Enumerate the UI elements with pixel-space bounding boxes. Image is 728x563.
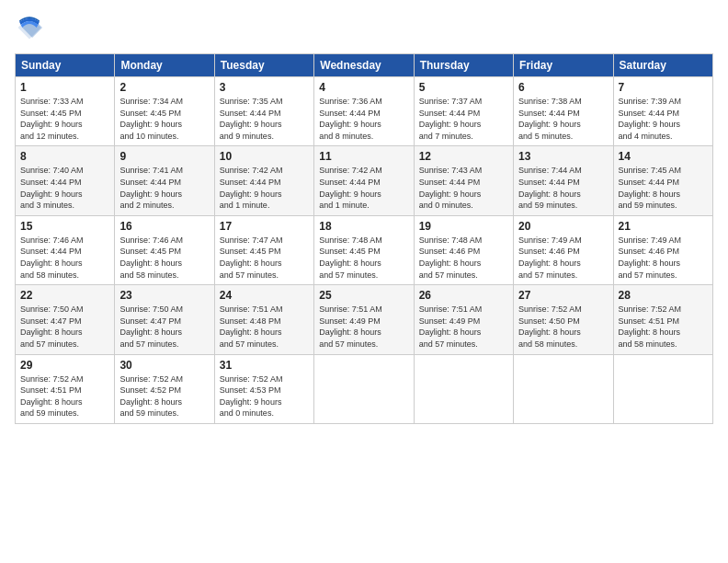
calendar-cell: 11Sunrise: 7:42 AM Sunset: 4:44 PM Dayli…	[314, 146, 414, 215]
calendar-cell: 19Sunrise: 7:48 AM Sunset: 4:46 PM Dayli…	[414, 215, 513, 284]
calendar-cell	[613, 354, 712, 423]
day-info: Sunrise: 7:36 AM Sunset: 4:44 PM Dayligh…	[319, 96, 408, 142]
calendar-cell: 4Sunrise: 7:36 AM Sunset: 4:44 PM Daylig…	[314, 77, 414, 146]
day-info: Sunrise: 7:46 AM Sunset: 4:45 PM Dayligh…	[119, 235, 209, 281]
day-info: Sunrise: 7:47 AM Sunset: 4:45 PM Dayligh…	[220, 235, 309, 281]
day-number: 6	[518, 81, 608, 94]
calendar-cell: 30Sunrise: 7:52 AM Sunset: 4:52 PM Dayli…	[115, 354, 214, 423]
calendar-cell: 26Sunrise: 7:51 AM Sunset: 4:49 PM Dayli…	[414, 285, 513, 354]
day-info: Sunrise: 7:37 AM Sunset: 4:44 PM Dayligh…	[419, 96, 508, 142]
calendar-cell: 6Sunrise: 7:38 AM Sunset: 4:44 PM Daylig…	[514, 77, 613, 146]
day-header-thursday: Thursday	[414, 54, 513, 77]
calendar-cell	[514, 354, 613, 423]
day-info: Sunrise: 7:33 AM Sunset: 4:45 PM Dayligh…	[20, 96, 109, 142]
page-container: SundayMondayTuesdayWednesdayThursdayFrid…	[0, 0, 728, 431]
calendar-cell: 1Sunrise: 7:33 AM Sunset: 4:45 PM Daylig…	[16, 77, 115, 146]
day-number: 19	[419, 220, 508, 233]
day-number: 3	[220, 81, 309, 94]
day-info: Sunrise: 7:49 AM Sunset: 4:46 PM Dayligh…	[518, 235, 608, 281]
page-header	[15, 15, 713, 44]
calendar-cell	[414, 354, 513, 423]
day-number: 26	[419, 289, 508, 302]
day-number: 11	[319, 150, 408, 163]
day-number: 27	[518, 289, 608, 302]
day-number: 15	[20, 220, 109, 233]
day-info: Sunrise: 7:50 AM Sunset: 4:47 PM Dayligh…	[20, 304, 109, 350]
calendar-cell: 25Sunrise: 7:51 AM Sunset: 4:49 PM Dayli…	[314, 285, 414, 354]
day-info: Sunrise: 7:48 AM Sunset: 4:45 PM Dayligh…	[319, 235, 408, 281]
calendar-cell: 27Sunrise: 7:52 AM Sunset: 4:50 PM Dayli…	[514, 285, 613, 354]
calendar-body: 1Sunrise: 7:33 AM Sunset: 4:45 PM Daylig…	[16, 77, 713, 424]
day-number: 22	[20, 289, 109, 302]
day-header-tuesday: Tuesday	[214, 54, 313, 77]
day-number: 17	[220, 220, 309, 233]
calendar-cell: 29Sunrise: 7:52 AM Sunset: 4:51 PM Dayli…	[16, 354, 115, 423]
day-of-week-row: SundayMondayTuesdayWednesdayThursdayFrid…	[16, 54, 713, 77]
day-number: 12	[419, 150, 508, 163]
calendar-cell: 23Sunrise: 7:50 AM Sunset: 4:47 PM Dayli…	[115, 285, 214, 354]
calendar-cell: 5Sunrise: 7:37 AM Sunset: 4:44 PM Daylig…	[414, 77, 513, 146]
day-info: Sunrise: 7:52 AM Sunset: 4:53 PM Dayligh…	[220, 373, 309, 419]
day-info: Sunrise: 7:43 AM Sunset: 4:44 PM Dayligh…	[419, 165, 508, 211]
calendar-cell: 31Sunrise: 7:52 AM Sunset: 4:53 PM Dayli…	[214, 354, 313, 423]
day-number: 9	[119, 150, 209, 163]
day-info: Sunrise: 7:52 AM Sunset: 4:51 PM Dayligh…	[20, 373, 109, 419]
logo-icon	[17, 15, 42, 40]
day-number: 1	[20, 81, 109, 94]
day-info: Sunrise: 7:34 AM Sunset: 4:45 PM Dayligh…	[119, 96, 209, 142]
day-number: 31	[220, 359, 309, 372]
day-header-wednesday: Wednesday	[314, 54, 414, 77]
day-number: 21	[619, 220, 708, 233]
day-info: Sunrise: 7:51 AM Sunset: 4:49 PM Dayligh…	[319, 304, 408, 350]
day-number: 2	[119, 81, 209, 94]
day-info: Sunrise: 7:52 AM Sunset: 4:50 PM Dayligh…	[518, 304, 608, 350]
day-number: 4	[319, 81, 408, 94]
calendar-cell	[314, 354, 414, 423]
day-header-monday: Monday	[115, 54, 214, 77]
day-number: 13	[518, 150, 608, 163]
day-header-friday: Friday	[514, 54, 613, 77]
calendar-cell: 22Sunrise: 7:50 AM Sunset: 4:47 PM Dayli…	[16, 285, 115, 354]
day-number: 16	[119, 220, 209, 233]
day-info: Sunrise: 7:51 AM Sunset: 4:48 PM Dayligh…	[220, 304, 309, 350]
calendar-cell: 28Sunrise: 7:52 AM Sunset: 4:51 PM Dayli…	[613, 285, 712, 354]
day-number: 24	[220, 289, 309, 302]
calendar-cell: 12Sunrise: 7:43 AM Sunset: 4:44 PM Dayli…	[414, 146, 513, 215]
day-number: 30	[119, 359, 209, 372]
day-info: Sunrise: 7:42 AM Sunset: 4:44 PM Dayligh…	[319, 165, 408, 211]
calendar-cell: 8Sunrise: 7:40 AM Sunset: 4:44 PM Daylig…	[16, 146, 115, 215]
day-info: Sunrise: 7:41 AM Sunset: 4:44 PM Dayligh…	[119, 165, 209, 211]
day-number: 25	[319, 289, 408, 302]
day-number: 10	[220, 150, 309, 163]
calendar-cell: 3Sunrise: 7:35 AM Sunset: 4:44 PM Daylig…	[214, 77, 313, 146]
calendar-week-row: 1Sunrise: 7:33 AM Sunset: 4:45 PM Daylig…	[16, 77, 713, 146]
day-number: 28	[619, 289, 708, 302]
day-info: Sunrise: 7:46 AM Sunset: 4:44 PM Dayligh…	[20, 235, 109, 281]
day-number: 8	[20, 150, 109, 163]
calendar-cell: 17Sunrise: 7:47 AM Sunset: 4:45 PM Dayli…	[214, 215, 313, 284]
calendar-cell: 10Sunrise: 7:42 AM Sunset: 4:44 PM Dayli…	[214, 146, 313, 215]
day-info: Sunrise: 7:45 AM Sunset: 4:44 PM Dayligh…	[619, 165, 708, 211]
calendar-week-row: 29Sunrise: 7:52 AM Sunset: 4:51 PM Dayli…	[16, 354, 713, 423]
calendar-cell: 16Sunrise: 7:46 AM Sunset: 4:45 PM Dayli…	[115, 215, 214, 284]
day-info: Sunrise: 7:52 AM Sunset: 4:52 PM Dayligh…	[119, 373, 209, 419]
calendar-cell: 9Sunrise: 7:41 AM Sunset: 4:44 PM Daylig…	[115, 146, 214, 215]
day-info: Sunrise: 7:38 AM Sunset: 4:44 PM Dayligh…	[518, 96, 608, 142]
day-info: Sunrise: 7:39 AM Sunset: 4:44 PM Dayligh…	[619, 96, 708, 142]
day-info: Sunrise: 7:52 AM Sunset: 4:51 PM Dayligh…	[619, 304, 708, 350]
calendar-week-row: 22Sunrise: 7:50 AM Sunset: 4:47 PM Dayli…	[16, 285, 713, 354]
calendar-cell: 18Sunrise: 7:48 AM Sunset: 4:45 PM Dayli…	[314, 215, 414, 284]
calendar-cell: 14Sunrise: 7:45 AM Sunset: 4:44 PM Dayli…	[613, 146, 712, 215]
day-header-sunday: Sunday	[16, 54, 115, 77]
calendar-cell: 13Sunrise: 7:44 AM Sunset: 4:44 PM Dayli…	[514, 146, 613, 215]
calendar-cell: 21Sunrise: 7:49 AM Sunset: 4:46 PM Dayli…	[613, 215, 712, 284]
day-number: 14	[619, 150, 708, 163]
day-info: Sunrise: 7:48 AM Sunset: 4:46 PM Dayligh…	[419, 235, 508, 281]
calendar-cell: 24Sunrise: 7:51 AM Sunset: 4:48 PM Dayli…	[214, 285, 313, 354]
day-info: Sunrise: 7:35 AM Sunset: 4:44 PM Dayligh…	[220, 96, 309, 142]
day-number: 5	[419, 81, 508, 94]
day-number: 29	[20, 359, 109, 372]
day-info: Sunrise: 7:44 AM Sunset: 4:44 PM Dayligh…	[518, 165, 608, 211]
day-info: Sunrise: 7:49 AM Sunset: 4:46 PM Dayligh…	[619, 235, 708, 281]
calendar-week-row: 15Sunrise: 7:46 AM Sunset: 4:44 PM Dayli…	[16, 215, 713, 284]
